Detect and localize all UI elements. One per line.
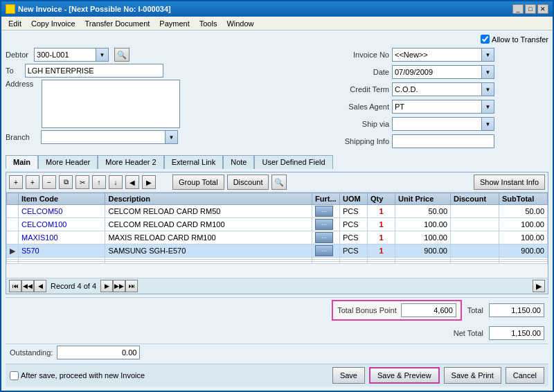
row-description: CELCOM RELOAD CARD RM50 <box>105 205 312 218</box>
new-invoice-label: After save, proceed with new Invoice <box>21 371 145 380</box>
row-qty: 1 <box>368 205 395 218</box>
show-instant-info-button[interactable]: Show Instant Info <box>474 175 545 190</box>
menu-copy-invoice[interactable]: Copy Invoice <box>27 19 80 28</box>
date-dropdown[interactable]: ▼ <box>482 65 494 79</box>
row-unit-price: 50.00 <box>395 205 451 218</box>
menu-tools[interactable]: Tools <box>195 19 222 28</box>
tab-external-link[interactable]: External Link <box>164 155 224 169</box>
net-total-value[interactable] <box>489 326 544 340</box>
menu-transfer-document[interactable]: Transfer Document <box>81 19 154 28</box>
credit-term-label: Credit Term <box>327 85 389 93</box>
row-uom: PCS <box>340 205 368 218</box>
debtor-input[interactable] <box>34 48 96 62</box>
ship-via-label: Ship via <box>327 120 389 128</box>
branch-dropdown-arrow[interactable]: ▼ <box>166 130 178 144</box>
menu-payment[interactable]: Payment <box>155 19 193 28</box>
date-label: Date <box>327 68 389 76</box>
debtor-dropdown-arrow[interactable]: ▼ <box>96 48 109 62</box>
window-title: New Invoice - [Next Possible No: I-00003… <box>18 5 171 13</box>
new-invoice-checkbox-label[interactable]: After save, proceed with new Invoice <box>10 371 145 380</box>
last-record-button[interactable]: ⏭ <box>125 280 138 292</box>
row-furt[interactable]: ··· <box>312 205 340 218</box>
branch-input[interactable] <box>41 130 166 144</box>
table-row[interactable]: MAXIS100 MAXIS RELOAD CARD RM100 ··· PCS… <box>7 231 548 244</box>
menu-window[interactable]: Window <box>222 19 258 28</box>
debtor-label: Debtor <box>6 51 28 59</box>
tab-more-header[interactable]: More Header <box>38 155 98 169</box>
save-preview-button[interactable]: Save & Preview <box>369 367 440 384</box>
row-description: SAMSUNG SGH-E570 <box>105 244 312 258</box>
debtor-lookup-button[interactable]: 🔍 <box>114 48 129 62</box>
cut-button[interactable]: ✂ <box>75 175 89 189</box>
table-row[interactable]: CELCOM50 CELCOM RELOAD CARD RM50 ··· PCS… <box>7 205 548 218</box>
invoice-no-input[interactable] <box>392 48 482 62</box>
cancel-button[interactable]: Cancel <box>506 367 544 384</box>
shipping-info-input[interactable] <box>392 134 494 148</box>
row-qty: 1 <box>368 218 395 231</box>
prev-prev-button[interactable]: ◀◀ <box>21 280 34 292</box>
minimize-button[interactable]: _ <box>512 4 524 14</box>
window-controls: _ □ ✕ <box>512 4 548 14</box>
row-unit-price: 100.00 <box>395 218 451 231</box>
main-window: New Invoice - [Next Possible No: I-00003… <box>0 0 554 392</box>
copy-button[interactable]: ⧉ <box>59 175 73 189</box>
record-counter: Record 4 of 4 <box>51 282 96 290</box>
tab-main[interactable]: Main <box>6 155 38 169</box>
col-discount: Discount <box>451 193 499 205</box>
totals-area: Total Bonus Point Total <box>6 297 548 323</box>
col-left-button[interactable]: ◀ <box>125 175 139 189</box>
next-record-button[interactable]: ▶ <box>100 280 113 292</box>
credit-term-dropdown[interactable]: ▼ <box>482 82 494 96</box>
move-down-button[interactable]: ↓ <box>109 175 123 189</box>
col-item-code: Item Code <box>19 193 105 205</box>
scroll-right-button[interactable]: ▶ <box>533 280 545 292</box>
maximize-button[interactable]: □ <box>525 4 536 14</box>
tab-user-defined-field[interactable]: User Defined Field <box>254 155 332 169</box>
bonus-point-value[interactable] <box>401 303 456 317</box>
allow-transfer-checkbox[interactable] <box>481 35 490 44</box>
minus-button[interactable]: − <box>42 175 56 189</box>
row-furt[interactable]: ··· <box>312 218 340 231</box>
to-input[interactable] <box>25 64 163 78</box>
row-subtotal: 100.00 <box>499 218 548 231</box>
row-furt[interactable]: ··· <box>312 244 340 258</box>
row-uom: PCS <box>340 218 368 231</box>
menu-edit[interactable]: Edit <box>4 19 26 28</box>
save-button[interactable]: Save <box>332 367 365 384</box>
first-record-button[interactable]: ⏮ <box>9 280 21 292</box>
allow-transfer-checkbox-label[interactable]: Allow to Transfer <box>481 35 548 44</box>
close-button[interactable]: ✕ <box>537 4 548 14</box>
move-up-button[interactable]: ↑ <box>92 175 106 189</box>
ship-via-input[interactable] <box>392 117 482 131</box>
add2-button[interactable]: + <box>26 175 39 189</box>
discount-button[interactable]: Discount <box>227 175 269 190</box>
table-row[interactable]: CELCOM100 CELCOM RELOAD CARD RM100 ··· P… <box>7 218 548 231</box>
total-value[interactable] <box>489 303 544 317</box>
date-input-group: ▼ <box>392 65 494 79</box>
add-row-button[interactable]: + <box>9 175 23 189</box>
to-label: To <box>6 66 14 75</box>
allow-transfer-row: Allow to Transfer <box>6 35 548 44</box>
row-furt[interactable]: ··· <box>312 231 340 244</box>
prev-record-button[interactable]: ◀ <box>34 280 46 292</box>
date-input[interactable] <box>392 65 482 79</box>
right-form-section: Invoice No ▼ Date ▼ Credit Term <box>327 48 548 150</box>
address-input[interactable] <box>42 80 180 128</box>
outstanding-input[interactable] <box>57 346 140 359</box>
credit-term-input[interactable] <box>392 82 482 96</box>
next-next-button[interactable]: ▶▶ <box>113 280 125 292</box>
sales-agent-dropdown[interactable]: ▼ <box>482 100 494 114</box>
tab-more-header-2[interactable]: More Header 2 <box>98 155 163 169</box>
tab-note[interactable]: Note <box>223 155 254 169</box>
new-invoice-checkbox[interactable] <box>10 371 19 380</box>
save-print-button[interactable]: Save & Print <box>444 367 501 384</box>
ship-via-dropdown[interactable]: ▼ <box>482 117 494 131</box>
sales-agent-input[interactable] <box>392 100 482 114</box>
table-search-button[interactable]: 🔍 <box>271 175 287 190</box>
group-total-button[interactable]: Group Total <box>172 175 224 190</box>
col-right-button[interactable]: ▶ <box>142 175 156 189</box>
row-subtotal: 100.00 <box>499 231 548 244</box>
invoice-no-dropdown[interactable]: ▼ <box>482 48 494 62</box>
bonus-point-label: Total Bonus Point <box>337 306 397 314</box>
table-row[interactable]: ▶ S570 SAMSUNG SGH-E570 ··· PCS 1 900.00… <box>7 244 548 258</box>
